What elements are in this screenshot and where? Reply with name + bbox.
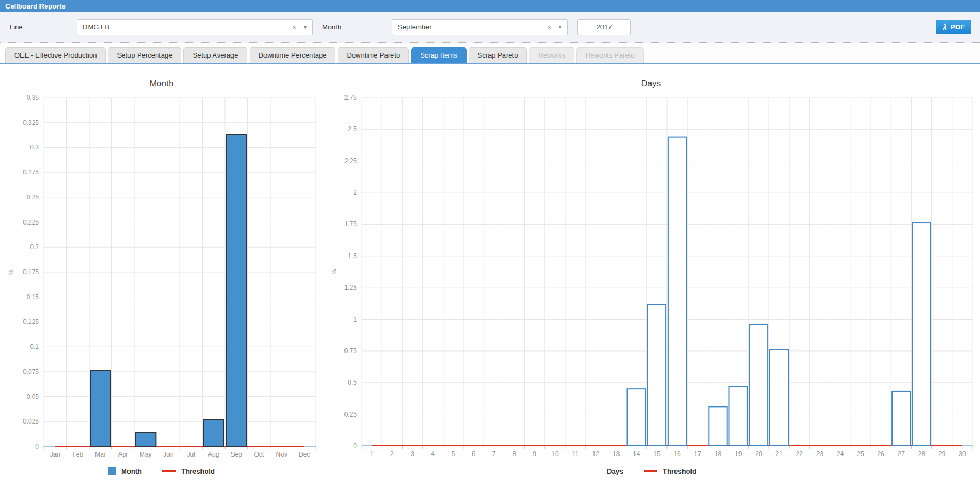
x-tick-label: Jul (187, 451, 195, 458)
y-tick-label: 1.5 (348, 252, 357, 260)
month-series-swatch (108, 467, 116, 475)
days-chart-panel: 00.250.50.7511.251.51.7522.252.52.751234… (323, 64, 980, 484)
x-tick-label: 5 (452, 450, 455, 458)
month-legend-label: Month (121, 467, 142, 475)
app-root: Cellboard Reports Line DMG LB × ▼ Month … (0, 0, 980, 487)
x-tick-label: 2 (390, 450, 394, 458)
x-tick-label: 27 (898, 450, 905, 458)
x-tick-label: 21 (775, 450, 783, 458)
y-tick-label: 0.25 (344, 411, 357, 418)
line-combobox[interactable]: DMG LB × ▼ (77, 19, 313, 35)
x-tick-label: Mar (95, 451, 106, 458)
chart-title: Month (150, 79, 173, 88)
y-tick-label: 1.75 (344, 220, 357, 228)
month-chevron-down-icon[interactable]: ▼ (558, 25, 563, 30)
pdf-button-label: PDF (951, 23, 965, 31)
x-tick-label: Apr (118, 451, 128, 458)
x-tick-label: Jan (50, 451, 60, 458)
bar-28 (912, 223, 930, 446)
threshold-line-icon (162, 470, 176, 472)
tab-oee-effective-production[interactable]: OEE - Effective Production (5, 47, 106, 63)
y-tick-label: 1.25 (344, 284, 357, 291)
days-chart-legend: Days Threshold (323, 467, 980, 475)
bar-19 (729, 386, 748, 446)
app-title: Cellboard Reports (5, 2, 66, 10)
y-tick-label: 0 (353, 442, 357, 450)
y-tick-label: 0.75 (344, 347, 357, 355)
x-tick-label: 7 (492, 450, 496, 458)
y-tick-label: 0.35 (27, 94, 39, 101)
x-tick-label: 11 (572, 450, 579, 458)
tab-setup-percentage[interactable]: Setup Percentage (108, 47, 181, 63)
x-tick-label: 15 (653, 450, 661, 458)
line-chevron-down-icon[interactable]: ▼ (303, 25, 308, 30)
x-tick-label: Sep (231, 451, 243, 458)
tab-scrap-pareto[interactable]: Scrap Pareto (469, 47, 527, 63)
x-tick-label: 17 (694, 450, 702, 458)
year-input[interactable]: 2017 (577, 19, 631, 35)
x-tick-label: 6 (472, 450, 476, 458)
bar-14 (628, 389, 646, 446)
bar-Sep (226, 134, 246, 446)
x-tick-label: 1 (370, 450, 374, 458)
y-tick-label: 0.25 (27, 194, 39, 201)
tab-downtime-percentage[interactable]: Downtime Percentage (250, 47, 336, 63)
y-tick-label: 0.225 (23, 219, 39, 226)
month-combobox[interactable]: September × ▼ (392, 19, 568, 35)
month-chart: 00.0250.050.0750.10.1250.150.1750.20.225… (0, 64, 323, 484)
month-clear-icon[interactable]: × (547, 23, 551, 31)
x-tick-label: Dec (299, 451, 310, 458)
month-chart-panel: 00.0250.050.0750.10.1250.150.1750.20.225… (0, 64, 323, 484)
y-axis-label: % (7, 269, 14, 275)
x-tick-label: 20 (755, 450, 762, 458)
tab-scrap-items[interactable]: Scrap Items (411, 47, 466, 63)
y-tick-label: 0.3 (30, 143, 39, 151)
x-tick-label: Nov (276, 451, 287, 458)
y-axis-label: % (331, 269, 338, 274)
bar-18 (709, 406, 727, 446)
x-tick-label: 22 (796, 450, 804, 458)
y-tick-label: 0.5 (348, 379, 357, 386)
days-legend-label: Days (607, 467, 623, 475)
y-tick-label: 0.125 (23, 318, 39, 325)
x-tick-label: 12 (592, 450, 600, 458)
y-tick-label: 2.75 (344, 94, 357, 101)
x-tick-label: 26 (877, 450, 885, 458)
bar-16 (668, 137, 686, 446)
x-tick-label: 28 (918, 450, 926, 458)
filter-bar: Line DMG LB × ▼ Month September × ▼ 2017… (0, 12, 980, 43)
threshold-legend-label: Threshold (663, 467, 696, 475)
pdf-button[interactable]: λ PDF (936, 20, 971, 34)
bar-21 (770, 350, 788, 446)
y-tick-label: 0.15 (27, 293, 39, 301)
y-tick-label: 1 (353, 316, 357, 323)
x-tick-label: 9 (533, 450, 536, 458)
y-tick-label: 0.325 (23, 119, 39, 126)
x-tick-label: 25 (857, 450, 864, 458)
y-tick-label: 2.25 (344, 157, 357, 165)
x-tick-label: 23 (816, 450, 824, 458)
y-tick-label: 0.05 (27, 393, 39, 401)
tab-downtime-pareto[interactable]: Downtime Pareto (338, 47, 409, 63)
bar-Mar (90, 371, 110, 446)
y-tick-label: 0.175 (23, 268, 39, 276)
line-clear-icon[interactable]: × (292, 23, 296, 31)
tab-reworks-pareto: Reworks Pareto (576, 47, 644, 63)
tab-setup-average[interactable]: Setup Average (183, 47, 247, 63)
charts-area: 00.0250.050.0750.10.1250.150.1750.20.225… (0, 64, 980, 487)
y-tick-label: 0.2 (30, 243, 39, 251)
x-tick-label: 13 (613, 450, 620, 458)
y-tick-label: 0.275 (23, 169, 39, 176)
bar-May (135, 433, 156, 446)
threshold-line-icon (644, 470, 657, 472)
pdf-icon: λ (943, 23, 947, 31)
x-tick-label: Oct (254, 451, 264, 458)
y-tick-label: 0.075 (23, 368, 39, 376)
tab-strip: OEE - Effective ProductionSetup Percenta… (0, 43, 980, 64)
x-tick-label: 14 (633, 450, 640, 458)
x-tick-label: 3 (411, 450, 414, 458)
month-combobox-value: September (398, 23, 547, 31)
x-tick-label: 8 (512, 450, 516, 458)
bar-Aug (204, 420, 224, 446)
bar-15 (648, 304, 666, 446)
